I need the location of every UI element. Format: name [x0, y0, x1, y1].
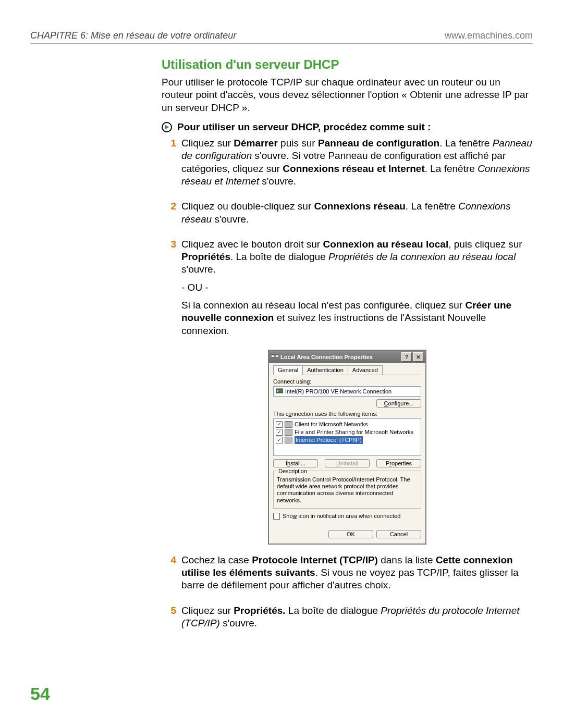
- cancel-button[interactable]: Cancel: [376, 530, 421, 538]
- step-number: 2: [169, 200, 176, 231]
- svg-marker-0: [165, 125, 169, 129]
- step-number: 4: [169, 554, 176, 597]
- ok-button[interactable]: OK: [328, 530, 373, 538]
- list-item-label: Client for Microsoft Networks: [295, 421, 368, 428]
- svg-rect-1: [271, 355, 274, 357]
- step-2: 2 Cliquez ou double-cliquez sur Connexio…: [169, 200, 533, 231]
- dialog-title: Local Area Connection Properties: [280, 354, 373, 360]
- checkbox-icon[interactable]: ✓: [276, 437, 283, 443]
- connect-using-label: Connect using:: [273, 378, 421, 385]
- close-button[interactable]: ✕: [413, 352, 423, 362]
- or-separator: - OU -: [181, 281, 533, 294]
- step-number: 5: [169, 604, 176, 635]
- configure-button[interactable]: Configure...: [376, 399, 421, 408]
- tab-advanced[interactable]: Advanced: [348, 365, 383, 375]
- network-icon: [271, 353, 278, 361]
- header-divider: [30, 43, 533, 44]
- checkbox-icon[interactable]: ✓: [276, 421, 283, 428]
- step-number: 1: [169, 137, 176, 193]
- step-list: 1 Cliquez sur Démarrer puis sur Panneau …: [169, 137, 533, 342]
- description-label: Description: [277, 468, 309, 474]
- properties-button[interactable]: Properties: [376, 459, 421, 467]
- list-item-label: Internet Protocol (TCP/IP): [295, 436, 363, 444]
- procedure-title: Pour utiliser un serveur DHCP, procédez …: [177, 121, 431, 133]
- chapter-header: CHAPITRE 6: Mise en réseau de votre ordi…: [30, 30, 236, 41]
- lan-properties-dialog: Local Area Connection Properties ? ✕ Gen…: [268, 350, 426, 545]
- description-group: Description Transmission Control Protoco…: [273, 471, 421, 509]
- step-4: 4 Cochez la case Protocole Internet (TCP…: [169, 554, 533, 597]
- svg-rect-2: [275, 355, 278, 357]
- site-url: www.emachines.com: [445, 30, 533, 41]
- tab-general[interactable]: General: [273, 365, 303, 375]
- section-title: Utilisation d'un serveur DHCP: [162, 57, 533, 72]
- checkbox-icon[interactable]: ✓: [276, 429, 283, 436]
- step-list-cont: 4 Cochez la case Protocole Internet (TCP…: [169, 554, 533, 635]
- client-icon: [285, 421, 292, 428]
- step-1: 1 Cliquez sur Démarrer puis sur Panneau …: [169, 137, 533, 193]
- step-number: 3: [169, 238, 176, 342]
- nic-icon: [276, 388, 283, 394]
- tab-authentication[interactable]: Authentication: [302, 365, 348, 375]
- uninstall-button: Uninstall: [325, 459, 370, 467]
- adapter-name: Intel(R) PRO/100 VE Network Connection: [285, 388, 391, 394]
- help-button[interactable]: ?: [401, 352, 412, 362]
- play-icon: [162, 122, 172, 132]
- show-icon-label: Show icon in notification area when conn…: [283, 513, 400, 519]
- list-item-label: File and Printer Sharing for Microsoft N…: [295, 428, 413, 436]
- list-item[interactable]: ✓ Client for Microsoft Networks: [276, 421, 419, 428]
- service-icon: [285, 429, 292, 436]
- list-item-selected[interactable]: ✓ Internet Protocol (TCP/IP): [276, 436, 419, 444]
- intro-paragraph: Pour utiliser le protocole TCP/IP sur ch…: [162, 76, 533, 114]
- items-label: This connection uses the following items…: [273, 411, 421, 417]
- step-3: 3 Cliquez avec le bouton droit sur Conne…: [169, 238, 533, 342]
- page-number: 54: [30, 684, 50, 704]
- list-item[interactable]: ✓ File and Printer Sharing for Microsoft…: [276, 428, 419, 436]
- step-5: 5 Cliquez sur Propriétés. La boîte de di…: [169, 604, 533, 635]
- dialog-tabs: General Authentication Advanced: [273, 365, 421, 375]
- components-listbox[interactable]: ✓ Client for Microsoft Networks ✓ File a…: [273, 418, 421, 456]
- svg-rect-5: [277, 390, 278, 392]
- protocol-icon: [285, 437, 292, 443]
- adapter-field: Intel(R) PRO/100 VE Network Connection: [273, 386, 421, 397]
- description-text: Transmission Control Protocol/Internet P…: [277, 476, 418, 504]
- install-button[interactable]: Install...: [273, 459, 318, 467]
- show-icon-checkbox[interactable]: [273, 513, 280, 520]
